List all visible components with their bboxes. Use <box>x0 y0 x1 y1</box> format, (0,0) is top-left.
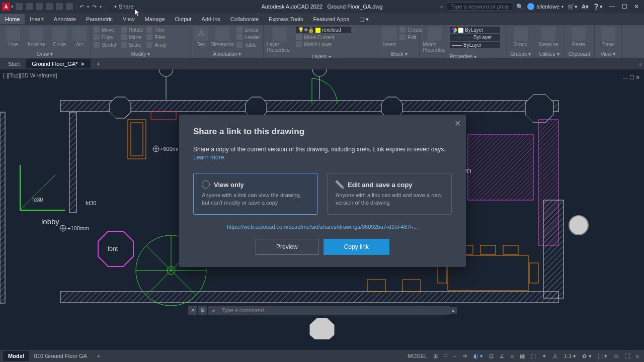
transparency-icon[interactable]: ▦ <box>518 352 527 360</box>
option-edit-copy[interactable]: Edit and save a copy Anyone with a link … <box>327 173 452 215</box>
layout-tab-1[interactable]: 010 Ground Floor GA <box>29 351 92 361</box>
insert-button[interactable]: Insert <box>382 27 396 47</box>
copy-button[interactable]: Copy <box>94 34 118 40</box>
tab-addins[interactable]: Add-ins <box>197 14 225 24</box>
lineweight-icon[interactable]: ≡ <box>509 352 516 360</box>
tab-parametric[interactable]: Parametric <box>81 14 118 24</box>
arc-button[interactable]: Arc <box>72 27 87 47</box>
match-layer-button[interactable]: Match Layer <box>296 41 351 47</box>
panel-modify-title[interactable]: Modify ▾ <box>94 50 188 58</box>
new-layout-button[interactable]: + <box>92 351 105 361</box>
tabs-menu-icon[interactable]: ≡ <box>639 61 642 67</box>
tab-express[interactable]: Express Tools <box>264 14 308 24</box>
line-button[interactable]: Line <box>3 27 23 47</box>
snap-icon[interactable]: ∷ <box>442 352 449 360</box>
tab-collaborate[interactable]: Collaborate <box>225 14 264 24</box>
panel-layers-title[interactable]: Layers ▾ <box>267 53 376 60</box>
isodraft-icon[interactable]: ◐ ▾ <box>471 352 485 360</box>
linetype-dropdown[interactable]: ———— ByLayer <box>450 34 500 41</box>
layer-dropdown[interactable]: 💡❄🔒rexcloud <box>296 27 351 33</box>
tab-output[interactable]: Output <box>170 14 197 24</box>
redo-icon[interactable]: ↷ <box>92 4 97 10</box>
open-icon[interactable] <box>26 3 33 10</box>
minimize-button[interactable]: — <box>607 2 618 11</box>
annomonitor-icon[interactable]: ✦ <box>540 352 548 360</box>
cycling-icon[interactable]: ⬚ <box>529 352 538 360</box>
cmd-history-icon[interactable]: ▴ <box>450 307 457 314</box>
polyline-button[interactable]: Polyline <box>26 27 46 47</box>
fillet-button[interactable]: Fillet <box>146 34 167 40</box>
panel-groups-title[interactable]: Groups ▾ <box>510 50 531 58</box>
app-logo[interactable]: A <box>2 3 10 11</box>
plot-icon[interactable] <box>56 3 63 10</box>
cleanscreen-icon[interactable]: ⛶ <box>622 352 632 360</box>
start-tab[interactable]: Start <box>2 59 26 68</box>
print-icon[interactable] <box>66 3 73 10</box>
new-icon[interactable] <box>16 3 23 10</box>
annoscale-icon[interactable]: 人 <box>550 351 560 361</box>
lineweight-dropdown[interactable]: —— ByLayer <box>450 42 500 48</box>
new-tab-button[interactable]: + <box>91 59 106 68</box>
panel-utilities-title[interactable]: Utilities ▾ <box>537 50 561 58</box>
drawing-tab[interactable]: Ground Floor_GA*✕ <box>26 59 91 68</box>
tab-extra[interactable]: ▢ ▾ <box>354 14 374 25</box>
array-button[interactable]: Array <box>146 42 167 48</box>
scale-button[interactable]: Scale <box>121 42 143 48</box>
base-button[interactable]: Base <box>598 27 618 47</box>
share-button[interactable]: ✈ Share <box>113 4 133 10</box>
osnap-icon[interactable]: ⊡ <box>487 352 496 360</box>
app-menu-chevron[interactable]: ▾ <box>11 4 14 9</box>
autodesk-icon[interactable]: A▾ <box>582 4 589 10</box>
mirror-button[interactable]: Mirror <box>121 34 143 40</box>
search-chevron[interactable]: ▸ <box>441 5 443 9</box>
color-dropdown[interactable]: ByLayer <box>450 27 500 33</box>
otrack-icon[interactable]: ∠ <box>498 352 507 360</box>
panel-block-title[interactable]: Block ▾ <box>382 50 416 58</box>
layer-properties-button[interactable]: Layer Properties <box>267 27 293 53</box>
status-model-button[interactable]: MODEL <box>406 352 429 360</box>
tab-featured[interactable]: Featured Apps <box>308 14 354 24</box>
close-tab-icon[interactable]: ✕ <box>80 61 85 67</box>
copy-link-button[interactable]: Copy link <box>324 239 389 255</box>
user-account[interactable]: allenlowe ▾ <box>527 3 564 10</box>
share-url[interactable]: https://web.autocad.com/acad/me/sid/shar… <box>193 224 452 230</box>
grid-icon[interactable]: ⊞ <box>431 352 440 360</box>
preview-button[interactable]: Preview <box>256 239 318 255</box>
linear-button[interactable]: Linear <box>236 27 260 33</box>
quickprops-icon[interactable]: ▭ <box>611 352 620 360</box>
panel-properties-title[interactable]: Properties ▾ <box>423 53 504 60</box>
cmd-close-icon[interactable]: ✕ <box>188 306 197 315</box>
steering-wheel[interactable] <box>569 215 589 235</box>
group-button[interactable]: Group <box>510 27 531 47</box>
move-button[interactable]: Move <box>94 27 118 33</box>
circle-button[interactable]: Circle <box>49 27 69 47</box>
panel-view-title[interactable]: View ▾ <box>598 50 618 58</box>
model-tab[interactable]: Model <box>3 351 29 361</box>
scale-icon[interactable]: 1:1 ▾ <box>562 352 578 360</box>
workspace-icon[interactable]: ✿ ▾ <box>580 352 593 360</box>
cart-icon[interactable]: 🛒▾ <box>568 4 578 10</box>
saveas-icon[interactable] <box>46 3 53 10</box>
help-icon[interactable]: ❔▾ <box>593 4 603 10</box>
paste-button[interactable]: Paste <box>568 27 590 47</box>
units-icon[interactable]: ⬚ ▾ <box>596 352 609 360</box>
polar-icon[interactable]: ✛ <box>461 352 469 360</box>
learn-more-link[interactable]: Learn more <box>193 154 452 161</box>
undo-chevron[interactable]: ▾ <box>87 5 89 9</box>
tab-insert[interactable]: Insert <box>25 14 49 24</box>
dialog-close-icon[interactable]: ✕ <box>454 119 461 128</box>
measure-button[interactable]: Measure <box>537 27 559 47</box>
panel-annotation-title[interactable]: Annotation ▾ <box>194 50 260 58</box>
panel-draw-title[interactable]: Draw ▾ <box>3 50 87 58</box>
ortho-icon[interactable]: ⌐ <box>451 352 458 360</box>
tab-home[interactable]: Home <box>0 14 25 24</box>
option-view-only[interactable]: View only Anyone with a link can view th… <box>193 173 318 215</box>
table-button[interactable]: Table <box>236 42 260 48</box>
redo-chevron[interactable]: ▾ <box>100 5 102 9</box>
tab-manage[interactable]: Manage <box>140 14 170 24</box>
customize-icon[interactable]: ≡ <box>634 352 641 360</box>
dimension-button[interactable]: Dimension <box>211 27 233 47</box>
command-input[interactable]: ▸_Type a command <box>208 306 450 315</box>
make-current-button[interactable]: Make Current <box>296 34 351 40</box>
cmd-options-icon[interactable]: ⚙ <box>198 306 207 315</box>
